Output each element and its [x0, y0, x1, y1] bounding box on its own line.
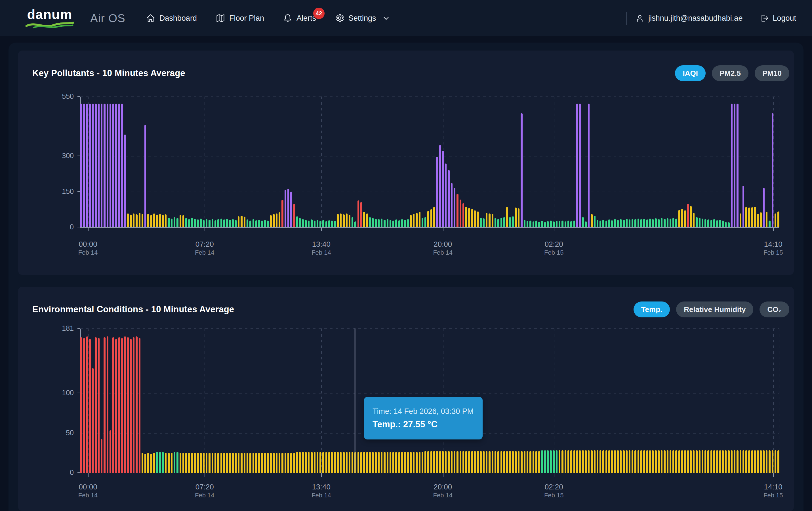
- bar[interactable]: [556, 450, 557, 473]
- bar[interactable]: [331, 221, 333, 227]
- bar[interactable]: [372, 452, 374, 473]
- bar[interactable]: [541, 221, 543, 227]
- bar[interactable]: [675, 219, 677, 227]
- bar[interactable]: [191, 218, 193, 227]
- bar[interactable]: [623, 220, 625, 227]
- bar[interactable]: [285, 190, 286, 227]
- bar[interactable]: [153, 453, 155, 473]
- bar[interactable]: [206, 453, 207, 473]
- bar[interactable]: [568, 450, 569, 473]
- bar[interactable]: [600, 450, 601, 473]
- bar[interactable]: [427, 211, 429, 227]
- bar[interactable]: [337, 214, 339, 227]
- bar[interactable]: [95, 337, 96, 473]
- bar[interactable]: [253, 219, 254, 227]
- bar[interactable]: [115, 104, 117, 227]
- bar[interactable]: [640, 450, 642, 473]
- bar[interactable]: [570, 450, 572, 473]
- bar[interactable]: [112, 337, 114, 473]
- bar[interactable]: [591, 214, 592, 227]
- bar[interactable]: [139, 338, 140, 473]
- bar[interactable]: [171, 453, 173, 473]
- danum-logo[interactable]: danum: [26, 8, 74, 29]
- bar[interactable]: [559, 221, 560, 227]
- bar[interactable]: [401, 452, 403, 473]
- bar[interactable]: [579, 104, 581, 227]
- bar[interactable]: [734, 104, 735, 227]
- bar[interactable]: [351, 452, 353, 473]
- bar[interactable]: [768, 450, 770, 473]
- bar[interactable]: [713, 450, 715, 473]
- bar[interactable]: [704, 219, 706, 227]
- bar[interactable]: [133, 214, 135, 227]
- bar[interactable]: [290, 192, 292, 227]
- bar[interactable]: [136, 337, 137, 473]
- bar[interactable]: [570, 221, 572, 227]
- bar[interactable]: [407, 452, 409, 473]
- nav-item-alerts[interactable]: Alerts 42: [283, 14, 316, 23]
- bar[interactable]: [506, 207, 508, 227]
- bar[interactable]: [503, 451, 505, 473]
- bar[interactable]: [535, 221, 537, 227]
- bar[interactable]: [235, 220, 237, 227]
- bar[interactable]: [150, 454, 152, 473]
- bar[interactable]: [401, 219, 403, 227]
- bar[interactable]: [754, 450, 756, 473]
- bar[interactable]: [699, 218, 700, 227]
- bar[interactable]: [127, 337, 129, 473]
- bar[interactable]: [728, 450, 729, 473]
- bar[interactable]: [527, 221, 528, 227]
- bar[interactable]: [632, 450, 633, 473]
- bar[interactable]: [112, 104, 114, 227]
- bar[interactable]: [605, 221, 607, 227]
- bar[interactable]: [664, 219, 665, 227]
- bar[interactable]: [477, 212, 478, 227]
- bar[interactable]: [699, 450, 700, 473]
- bar[interactable]: [308, 221, 310, 227]
- bar[interactable]: [547, 221, 549, 227]
- bar[interactable]: [743, 450, 744, 473]
- bar[interactable]: [317, 452, 318, 473]
- bar[interactable]: [591, 450, 592, 473]
- bar[interactable]: [171, 219, 173, 227]
- bar[interactable]: [722, 450, 724, 473]
- bar[interactable]: [214, 220, 216, 227]
- bar[interactable]: [110, 104, 111, 227]
- bar[interactable]: [775, 450, 776, 473]
- bar[interactable]: [282, 200, 283, 227]
- nav-item-settings[interactable]: Settings: [335, 14, 390, 23]
- bar[interactable]: [276, 214, 278, 227]
- bar[interactable]: [483, 451, 485, 473]
- bar[interactable]: [322, 452, 324, 473]
- environment-chart[interactable]: Time: 14 Feb 2026, 03:30 PM Temp.: 27.55…: [18, 287, 794, 511]
- bar[interactable]: [197, 453, 199, 473]
- bar[interactable]: [357, 452, 359, 473]
- bar[interactable]: [652, 450, 654, 473]
- bar[interactable]: [573, 221, 575, 227]
- bar[interactable]: [640, 219, 642, 227]
- bar[interactable]: [489, 451, 490, 473]
- bar[interactable]: [515, 208, 517, 227]
- bar[interactable]: [597, 220, 598, 227]
- bar[interactable]: [477, 451, 478, 473]
- bar[interactable]: [716, 220, 718, 227]
- bar[interactable]: [483, 218, 485, 227]
- bar[interactable]: [107, 104, 108, 227]
- bar[interactable]: [594, 216, 596, 227]
- bar[interactable]: [768, 221, 770, 227]
- bar[interactable]: [658, 219, 660, 227]
- bar[interactable]: [451, 451, 453, 473]
- bar[interactable]: [86, 104, 88, 227]
- bar[interactable]: [585, 450, 587, 473]
- bar[interactable]: [728, 222, 729, 227]
- bar[interactable]: [550, 450, 552, 473]
- bar[interactable]: [264, 220, 266, 227]
- bar[interactable]: [445, 451, 446, 473]
- bar[interactable]: [524, 220, 525, 227]
- bar[interactable]: [133, 337, 135, 473]
- bar[interactable]: [629, 450, 631, 473]
- bar[interactable]: [302, 452, 303, 473]
- bar[interactable]: [500, 451, 502, 473]
- bar[interactable]: [176, 452, 178, 473]
- bar[interactable]: [690, 206, 692, 227]
